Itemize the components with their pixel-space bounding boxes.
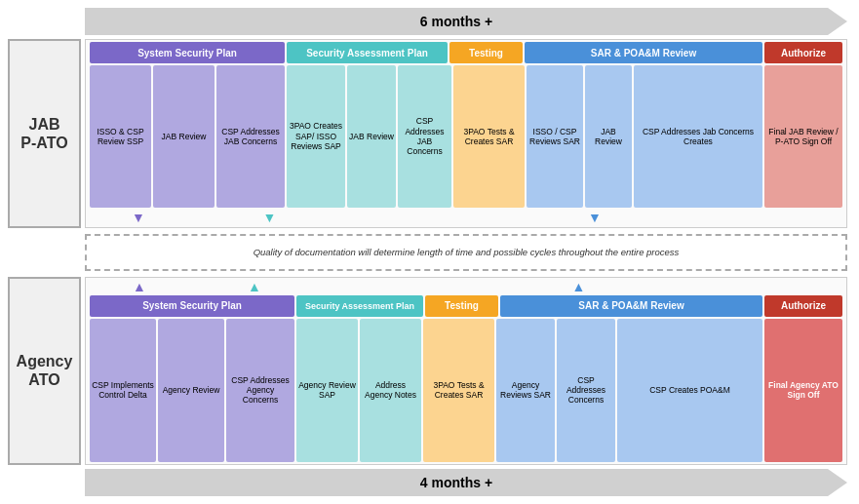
jab-section: JAB P-ATO System Security Plan Security …	[8, 39, 851, 228]
arrow-up-ssp: ▲	[133, 279, 146, 294]
arrow-down-ssp: ▼	[132, 210, 145, 225]
jab-phase-sar: SAR & POA&M Review	[525, 42, 762, 63]
jab-arrow: 6 months +	[85, 8, 828, 35]
agency-section: Agency ATO ▲ ▲ ▲ System Securi	[8, 277, 851, 466]
middle-note-row: Quality of documentation will determine …	[8, 232, 851, 273]
jab-step-sar1: ISSO / CSP Reviews SAR	[527, 65, 583, 208]
jab-step-ssp3: CSP Addresses JAB Concerns	[216, 65, 285, 208]
jab-step-sar3: CSP Addresses Jab Concerns Creates	[634, 65, 762, 208]
jab-step-ssp2: JAB Review	[153, 65, 215, 208]
agency-phase-sar: SAR & POA&M Review	[500, 295, 762, 317]
jab-arrow-row: 6 months +	[8, 8, 851, 35]
jab-phase-auth: Authorize	[764, 42, 842, 63]
agency-step-ssp3: CSP Addresses Agency Concerns	[226, 319, 294, 463]
agency-phase-ssp: System Security Plan	[90, 295, 294, 317]
jab-step-test: 3PAO Tests & Creates SAR	[453, 65, 525, 208]
jab-step-ssp1: ISSO & CSP Review SSP	[90, 65, 151, 208]
jab-step-sap1: 3PAO Creates SAP/ ISSO Reviews SAP	[287, 65, 345, 208]
agency-step-sar2: CSP Addresses Concerns	[557, 319, 615, 463]
agency-step-auth: Final Agency ATO Sign Off	[764, 319, 842, 463]
main-container: 6 months + JAB P-ATO System Security Pla…	[0, 0, 859, 504]
agency-step-sap2: Address Agency Notes	[360, 319, 421, 463]
arrow-up-sap: ▲	[248, 279, 261, 294]
agency-step-ssp1: CSP Implements Control Delta	[90, 319, 156, 463]
agency-arrow: 4 months +	[85, 469, 828, 496]
jab-phase-sap: Security Assessment Plan	[287, 42, 448, 63]
agency-step-ssp2: Agency Review	[158, 319, 224, 463]
arrow-down-sar: ▼	[588, 210, 602, 225]
arrow-down-sap: ▼	[263, 210, 277, 225]
jab-step-sar2: JAB Review	[585, 65, 632, 208]
agency-step-sap1: Agency Review SAP	[296, 319, 358, 463]
jab-step-sap3: CSP Addresses JAB Concerns	[398, 65, 451, 208]
jab-phase-ssp: System Security Plan	[90, 42, 285, 63]
jab-arrow-label: 6 months +	[85, 14, 828, 29]
middle-note: Quality of documentation will determine …	[85, 234, 847, 271]
agency-side-label: Agency ATO	[8, 277, 81, 466]
arrow-up-sar: ▲	[572, 279, 586, 294]
agency-step-sar3: CSP Creates POA&M	[617, 319, 762, 463]
jab-step-sap2: JAB Review	[347, 65, 396, 208]
agency-arrow-label: 4 months +	[85, 475, 828, 490]
jab-phase-test: Testing	[449, 42, 523, 63]
jab-step-auth: Final JAB Review / P-ATO Sign Off	[764, 65, 842, 208]
agency-arrow-row: 4 months +	[8, 469, 851, 496]
agency-step-sar1: Agency Reviews SAR	[496, 319, 555, 463]
jab-side-label: JAB P-ATO	[8, 39, 81, 228]
agency-step-test: 3PAO Tests & Creates SAR	[423, 319, 494, 463]
agency-phase-sap: Security Assessment Plan	[296, 295, 423, 317]
agency-phase-test: Testing	[425, 295, 498, 317]
agency-phase-auth: Authorize	[764, 295, 842, 317]
